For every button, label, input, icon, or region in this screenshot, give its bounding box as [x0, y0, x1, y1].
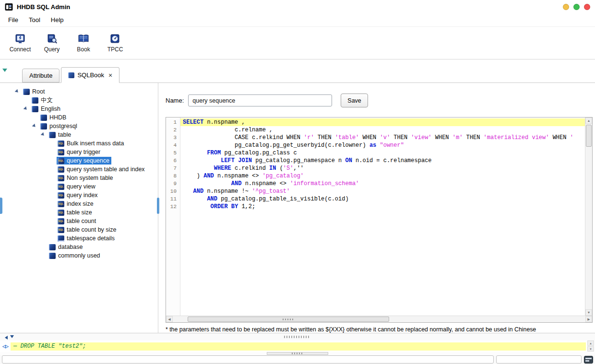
code-line: AND n.nspname <> 'information_schema': [180, 180, 585, 188]
scroll-down-icon[interactable]: ▼: [585, 309, 592, 316]
tree-node: commonly used: [48, 252, 102, 259]
tree-node: HHDB: [39, 114, 68, 121]
tree-editor-sash-handle[interactable]: [157, 198, 159, 214]
collapse-down-icon[interactable]: [10, 335, 14, 340]
expand-arrow-icon[interactable]: [32, 123, 39, 129]
tab-strip: AttributeSQLBook×: [0, 67, 595, 83]
menu-help[interactable]: Help: [46, 13, 69, 27]
collapse-panel-icon[interactable]: [2, 69, 7, 74]
tree-node: Bulk insert mass data: [57, 140, 126, 147]
collapse-left-icon[interactable]: [3, 336, 8, 340]
tree-item-label: query system table and index: [67, 166, 145, 173]
tree-item-table-size[interactable]: table size: [0, 208, 158, 217]
scroll-right-icon[interactable]: ▶: [585, 316, 592, 322]
tree-node: tablespace details: [57, 235, 117, 242]
tree-node: 中文: [31, 96, 55, 105]
menu-tool[interactable]: Tool: [24, 13, 46, 27]
console-sql-line[interactable]: — DROP TABLE "test2";: [11, 342, 586, 351]
tree-item-non-system-table[interactable]: Non system table: [0, 174, 158, 182]
tree-item-query-system-table-and-index[interactable]: query system table and index: [0, 165, 158, 174]
toolbar-button-label: Query: [44, 46, 60, 53]
code-line: CASE c.relkind WHEN 'r' THEN 'table' WHE…: [180, 134, 585, 141]
console-vertical-scrollbar[interactable]: ▲ ▼: [587, 341, 595, 352]
menubar: FileToolHelp: [0, 13, 595, 27]
query-button[interactable]: Query: [37, 29, 66, 57]
left-panel-sash-handle[interactable]: [0, 198, 2, 214]
code-line: WHERE c.relkind IN ('S','': [180, 164, 585, 172]
menu-file[interactable]: File: [3, 13, 24, 27]
sqlbook-editor-panel: Name: Save 123456789101112 SELECT n.nspn…: [159, 83, 595, 333]
tree-indent: [49, 227, 57, 233]
tree-item-hhdb[interactable]: HHDB: [0, 113, 158, 122]
editor-horizontal-scrollbar[interactable]: ◀ ▶: [166, 316, 592, 322]
expand-arrow-icon[interactable]: [23, 106, 31, 112]
parameters-note: * the parameters that need to be replace…: [166, 326, 536, 333]
line-number-gutter: 123456789101112: [166, 117, 180, 316]
code-area[interactable]: SELECT n.nspname , c.relname , CASE c.re…: [180, 117, 585, 316]
save-button[interactable]: Save: [341, 94, 368, 107]
maximize-button[interactable]: [573, 4, 580, 10]
scroll-left-icon[interactable]: ◀: [166, 316, 173, 322]
expand-arrow-icon[interactable]: [40, 132, 48, 138]
sql-icon: [58, 166, 64, 173]
tree-item-root[interactable]: Root: [0, 87, 158, 96]
expand-arrow-icon[interactable]: [14, 89, 22, 94]
tree-item-table-count-by-size[interactable]: table count by size: [0, 225, 158, 234]
sql-editor[interactable]: 123456789101112 SELECT n.nspname , c.rel…: [166, 117, 593, 323]
tree-item-bulk-insert-mass-data[interactable]: Bulk insert mass data: [0, 139, 158, 148]
console-input-field[interactable]: [2, 355, 494, 364]
tree-indent: [49, 201, 57, 207]
code-line: pg_catalog.pg_get_userbyid(c.relowner) a…: [180, 141, 585, 149]
vertical-scroll-thumb[interactable]: [586, 125, 592, 147]
editor-vertical-scrollbar[interactable]: ▲ ▼: [585, 117, 592, 316]
query-icon: [46, 33, 58, 45]
tree-node: query index: [57, 191, 100, 199]
close-button[interactable]: [584, 4, 590, 10]
tree-indent: [40, 253, 48, 258]
line-number: 12: [166, 203, 180, 211]
code-line: FROM pg_catalog.pg_class c: [180, 149, 585, 157]
grid-panel-icon[interactable]: [584, 356, 593, 364]
tpcc-button[interactable]: TPCC: [101, 29, 130, 57]
scroll-up-icon[interactable]: ▲: [587, 341, 594, 346]
scroll-down-icon[interactable]: ▼: [587, 346, 594, 352]
minimize-button[interactable]: [563, 4, 569, 10]
close-tab-icon[interactable]: ×: [108, 72, 112, 79]
tree-item-database[interactable]: database: [0, 243, 158, 251]
line-number: 3: [166, 134, 180, 141]
tree-item-commonly-used[interactable]: commonly used: [0, 251, 158, 260]
tree-item-tablespace-details[interactable]: tablespace details: [0, 234, 158, 243]
tree-item-query-sequence[interactable]: query sequence: [0, 156, 158, 165]
tree-item-table-count[interactable]: table count: [0, 217, 158, 225]
tree-item-query-index[interactable]: query index: [0, 191, 158, 200]
toolbar: ConnectQueryBookTPCC: [0, 27, 595, 59]
code-line: AND n.nspname !~ '^pg_toast': [180, 188, 585, 195]
tab-attribute[interactable]: Attribute: [22, 69, 60, 82]
tree-item-index-size[interactable]: index size: [0, 200, 158, 208]
connect-button[interactable]: Connect: [6, 29, 35, 57]
app-window: { "window": { "title": "HHDB SQL Admin",…: [0, 0, 595, 364]
tree-item-table[interactable]: table: [0, 130, 158, 139]
tree-indent: [49, 141, 57, 146]
tree-item-postgresql[interactable]: postgresql: [0, 122, 158, 130]
tree-node: English: [31, 105, 62, 113]
tree-item-label: Bulk insert mass data: [67, 140, 124, 147]
sql-icon: [58, 218, 64, 224]
tab-sqlbook[interactable]: SQLBook×: [61, 67, 119, 83]
status-secondary-field[interactable]: [496, 355, 582, 364]
tree-item-label: commonly used: [58, 252, 100, 259]
tree-indent: [32, 115, 39, 120]
splitter-grip[interactable]: [284, 336, 309, 338]
name-input[interactable]: [188, 94, 332, 106]
tree-item-english[interactable]: English: [0, 105, 158, 113]
horizontal-splitter[interactable]: [0, 333, 595, 341]
tree-item-label: table count by size: [67, 226, 117, 233]
scroll-up-icon[interactable]: ▲: [585, 117, 592, 124]
sql-icon: [58, 210, 64, 216]
tree-item-label: English: [41, 106, 60, 112]
tree-item-query-view[interactable]: query view: [0, 182, 158, 191]
tree-item-item[interactable]: 中文: [0, 96, 158, 105]
book-button[interactable]: Book: [69, 29, 98, 57]
tree-item-query-trigger[interactable]: query trigger: [0, 148, 158, 156]
horizontal-scroll-thumb[interactable]: [188, 317, 389, 322]
